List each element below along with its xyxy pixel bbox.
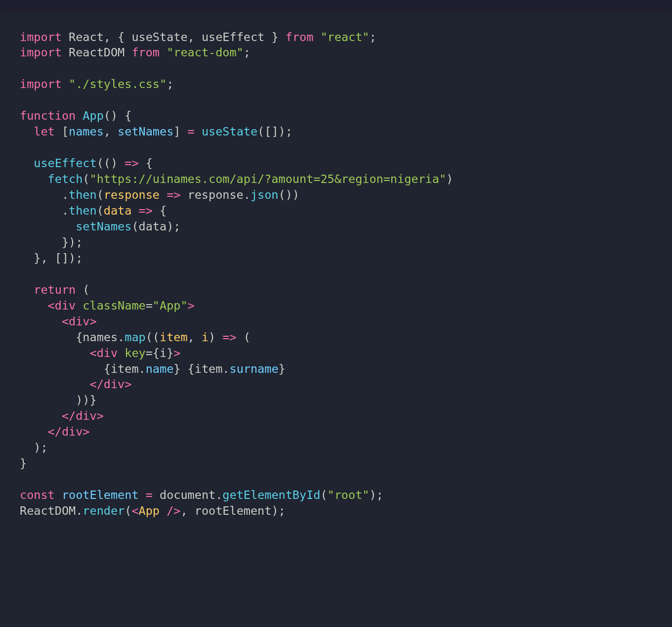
punct-dot: .	[62, 188, 69, 202]
func-map: map	[125, 330, 145, 344]
ident-reactdom: ReactDOM	[20, 504, 76, 518]
punct-brace: {	[160, 204, 167, 218]
punct: (()	[97, 156, 118, 170]
punct-comma: ,	[180, 504, 187, 518]
jsx-close: >	[90, 314, 97, 328]
code-line: }	[20, 456, 27, 470]
keyword-return: return	[34, 283, 76, 297]
code-line: setNames(data);	[20, 220, 180, 233]
ident-names: names	[69, 125, 104, 138]
jsx-open: <	[89, 346, 96, 360]
jsx-close: >	[173, 346, 180, 360]
op-arrow: =>	[215, 330, 244, 344]
ident-rootelement: rootElement	[62, 488, 139, 502]
code-line: import React, { useState, useEffect } fr…	[20, 30, 377, 44]
punct: ())	[279, 188, 299, 202]
punct: );	[271, 504, 285, 518]
punct-brace: {	[104, 362, 111, 376]
punct-eq: =	[146, 346, 153, 360]
punct-dot: .	[76, 504, 83, 518]
jsx-open: </	[62, 409, 76, 423]
jsx-tag-div: div	[55, 299, 76, 313]
punct-brace: }	[167, 346, 173, 360]
punct: (	[125, 504, 131, 518]
punct: );	[369, 488, 383, 502]
jsx-tag-div: div	[69, 314, 89, 328]
code-line: fetch("https://uinames.com/api/?amount=2…	[20, 172, 453, 186]
jsx-slash: /	[160, 504, 173, 518]
punct-brace: }	[20, 456, 27, 470]
code-line: <div>	[20, 314, 97, 328]
func-render: render	[83, 504, 125, 518]
punct-semi: ;	[167, 77, 173, 91]
jsx-close: >	[125, 377, 131, 391]
func-json: json	[251, 188, 279, 202]
keyword-import: import	[20, 30, 62, 44]
op-eq: =	[180, 125, 201, 138]
string-url: "https://uinames.com/api/?amount=25&regi…	[90, 172, 447, 186]
punct-dot: .	[62, 204, 69, 218]
jsx-close: >	[97, 409, 104, 423]
op-arrow: =>	[131, 204, 160, 218]
jsx-open: <	[131, 504, 138, 518]
punct-bracket: ]	[173, 125, 180, 138]
keyword-from: from	[131, 45, 160, 59]
ident-data: data	[139, 220, 167, 233]
code-line: .then(data => {	[20, 204, 167, 218]
punct: });	[62, 235, 83, 249]
punct: ((	[146, 330, 160, 344]
punct: );	[167, 220, 180, 233]
punct-eq: =	[146, 299, 153, 313]
code-editor[interactable]: import React, { useState, useEffect } fr…	[0, 12, 672, 627]
punct-brace: {	[76, 330, 83, 344]
code-line: function App() {	[20, 109, 131, 123]
ident-setnames: setNames	[111, 125, 173, 138]
code-line: <div key={i}>	[20, 346, 180, 360]
param-response: response	[104, 188, 160, 202]
punct: (	[244, 330, 251, 344]
param-data: data	[104, 204, 132, 218]
punct: )	[209, 330, 215, 344]
code-line: const rootElement = document.getElementB…	[20, 488, 383, 502]
punct-dot: .	[215, 488, 222, 502]
code-line: </div>	[20, 377, 131, 391]
jsx-tag-div: div	[76, 409, 96, 423]
code-line: );	[20, 441, 48, 454]
ident-item: item	[111, 362, 139, 376]
string-root: "root"	[328, 488, 370, 502]
func-setnames: setNames	[76, 220, 131, 233]
string-reactdom: "react-dom"	[167, 45, 244, 59]
jsx-close: >	[83, 425, 89, 439]
punct-dot: .	[222, 362, 229, 376]
code-line: return (	[20, 283, 89, 297]
string-app: "App"	[153, 299, 188, 313]
keyword-import: import	[20, 77, 62, 91]
func-then: then	[69, 188, 97, 202]
prop-surname: surname	[230, 362, 279, 376]
ident-usestate: useState	[131, 30, 187, 44]
punct-comma: ,	[104, 30, 111, 44]
punct-dot: .	[118, 330, 125, 344]
func-then: then	[69, 204, 97, 218]
ident-document: document	[160, 488, 215, 502]
punct-comma: ,	[188, 330, 195, 344]
param-item: item	[160, 330, 188, 344]
ident-react: React	[69, 30, 104, 44]
jsx-open: </	[48, 425, 62, 439]
punct: ))}	[76, 393, 96, 407]
string-react: "react"	[320, 30, 369, 44]
code-line: </div>	[20, 409, 104, 423]
punct-dot: .	[244, 188, 251, 202]
ident-i: i	[160, 346, 167, 360]
punct-brace: {	[146, 156, 153, 170]
punct-semi: ;	[244, 45, 251, 59]
ident-useeffect: useEffect	[195, 30, 264, 44]
code-line: <div className="App">	[20, 299, 195, 313]
code-line: });	[20, 235, 83, 249]
punct-dot: .	[139, 362, 146, 376]
op-arrow: =>	[160, 188, 188, 202]
code-line: {names.map((item, i) => (	[20, 330, 251, 344]
keyword-from: from	[286, 30, 314, 44]
func-useeffect: useEffect	[34, 156, 96, 170]
punct-brace: {	[111, 30, 131, 44]
